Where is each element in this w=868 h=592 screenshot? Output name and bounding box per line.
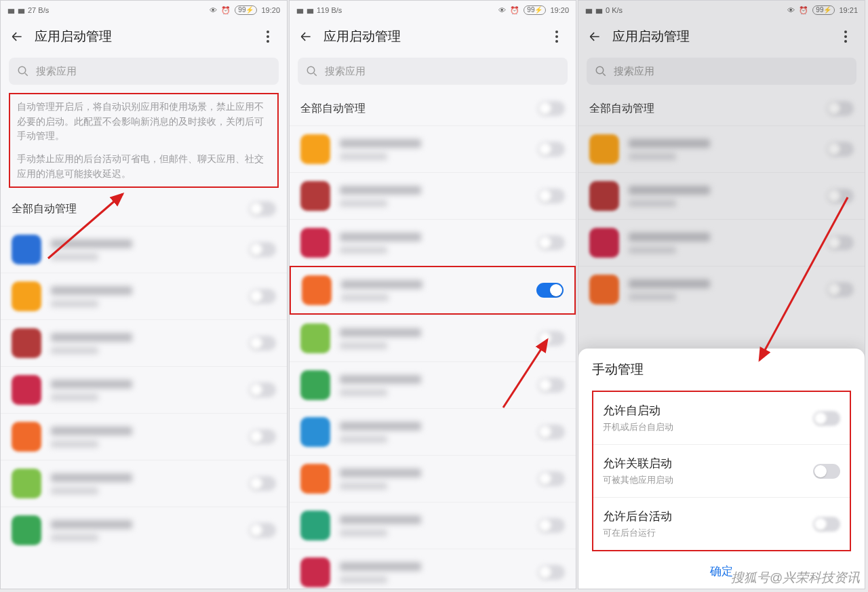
app-toggle[interactable]: [827, 282, 854, 297]
toggle-all-auto[interactable]: [827, 101, 854, 116]
app-toggle[interactable]: [538, 378, 565, 393]
app-label: [51, 520, 239, 541]
app-row[interactable]: [290, 172, 576, 219]
battery-badge: 99⚡: [235, 5, 257, 15]
app-icon: [300, 181, 330, 211]
app-row[interactable]: [290, 549, 576, 589]
app-toggle[interactable]: [249, 336, 276, 351]
search-placeholder: 搜索应用: [614, 65, 654, 78]
app-toggle[interactable]: [538, 189, 565, 203]
option-run-background[interactable]: 允许后台活动 可在后台运行: [593, 498, 850, 550]
svg-point-12: [844, 40, 847, 43]
app-header: 应用启动管理: [1, 20, 287, 52]
net-speed: 0 K/s: [606, 6, 623, 14]
app-row[interactable]: [290, 408, 576, 455]
app-icon: [12, 375, 41, 405]
back-icon[interactable]: [9, 28, 25, 45]
eye-icon: 👁: [210, 6, 217, 14]
app-row[interactable]: [290, 315, 576, 361]
signal-icon: [7, 6, 14, 14]
app-list[interactable]: [290, 125, 576, 589]
option-desc: 开机或后台自启动: [603, 421, 673, 433]
app-row[interactable]: [1, 460, 287, 507]
app-row[interactable]: [290, 502, 576, 549]
option-secondary-launch[interactable]: 允许关联启动 可被其他应用启动: [593, 445, 850, 498]
more-icon[interactable]: [549, 28, 565, 45]
more-icon[interactable]: [260, 28, 276, 45]
app-toggle[interactable]: [249, 476, 276, 491]
search-input[interactable]: 搜索应用: [9, 58, 279, 85]
app-toggle[interactable]: [538, 142, 565, 157]
app-row[interactable]: [1, 366, 287, 413]
app-toggle[interactable]: [538, 235, 565, 250]
app-icon: [300, 511, 330, 540]
alarm-icon: ⏰: [510, 6, 519, 15]
app-row[interactable]: [1, 413, 287, 460]
back-icon[interactable]: [298, 28, 314, 45]
back-icon[interactable]: [587, 28, 603, 45]
app-toggle[interactable]: [538, 565, 565, 580]
app-icon: [302, 275, 332, 305]
app-toggle[interactable]: [538, 331, 565, 346]
search-input[interactable]: 搜索应用: [587, 58, 856, 85]
app-toggle[interactable]: [538, 425, 565, 439]
toggle-all-auto[interactable]: [538, 101, 565, 116]
app-toggle[interactable]: [827, 189, 854, 203]
toggle-run-background[interactable]: [813, 517, 840, 532]
option-desc: 可在后台运行: [603, 527, 672, 539]
all-auto-manage-row[interactable]: 全部自动管理: [1, 192, 287, 226]
app-toggle[interactable]: [249, 289, 276, 304]
app-icon: [12, 281, 41, 311]
app-toggle[interactable]: [538, 471, 565, 486]
clock: 19:21: [839, 6, 858, 14]
phone-screenshot-1: 27 B/s 👁 ⏰ 99⚡ 19:20 应用启动管理 搜索应用: [0, 0, 288, 589]
app-row[interactable]: [290, 361, 576, 408]
more-icon[interactable]: [837, 28, 854, 45]
app-row[interactable]: [290, 266, 576, 315]
app-toggle[interactable]: [536, 283, 564, 298]
all-auto-manage-row[interactable]: 全部自动管理: [290, 92, 576, 125]
section-label: 全部自动管理: [12, 202, 77, 216]
app-row[interactable]: [1, 507, 287, 553]
manual-manage-sheet: 手动管理 允许自启动 开机或后台自启动 允许关联启动 可被其他应用启动: [578, 349, 865, 589]
app-toggle[interactable]: [249, 242, 276, 257]
app-row[interactable]: [578, 219, 865, 266]
app-row[interactable]: [578, 125, 865, 172]
app-toggle[interactable]: [827, 235, 854, 250]
app-row[interactable]: [290, 455, 576, 502]
toggle-auto-launch[interactable]: [813, 411, 840, 426]
toggle-all-auto[interactable]: [249, 201, 276, 216]
search-input[interactable]: 搜索应用: [298, 58, 568, 85]
phone-screenshot-3: 0 K/s 👁 ⏰ 99⚡ 19:21 应用启动管理 搜索应用: [578, 0, 865, 589]
app-row[interactable]: [290, 125, 576, 172]
option-title: 允许后台活动: [603, 509, 672, 524]
app-toggle[interactable]: [249, 382, 276, 397]
app-list[interactable]: [1, 226, 287, 589]
app-label: [340, 422, 528, 443]
app-row[interactable]: [578, 266, 865, 313]
svg-point-5: [555, 31, 558, 33]
app-row[interactable]: [1, 319, 287, 366]
eye-icon: 👁: [787, 6, 795, 14]
app-label: [51, 333, 239, 354]
status-bar: 27 B/s 👁 ⏰ 99⚡ 19:20: [1, 1, 287, 20]
all-auto-manage-row[interactable]: 全部自动管理: [578, 92, 865, 125]
option-auto-launch[interactable]: 允许自启动 开机或后台自启动: [593, 392, 850, 445]
signal-icon: [595, 6, 601, 14]
svg-point-0: [267, 31, 269, 33]
app-row[interactable]: [1, 226, 287, 273]
app-row[interactable]: [290, 219, 576, 266]
app-toggle[interactable]: [249, 523, 276, 538]
battery-badge: 99⚡: [812, 5, 835, 15]
app-label: [629, 233, 817, 254]
app-toggle[interactable]: [249, 429, 276, 444]
app-toggle[interactable]: [827, 142, 854, 157]
app-icon: [300, 370, 330, 400]
app-icon: [589, 275, 619, 304]
app-label: [51, 380, 239, 401]
alarm-icon: ⏰: [221, 6, 231, 15]
toggle-secondary-launch[interactable]: [813, 464, 840, 479]
app-row[interactable]: [578, 172, 865, 219]
app-toggle[interactable]: [538, 518, 565, 533]
app-row[interactable]: [1, 273, 287, 319]
